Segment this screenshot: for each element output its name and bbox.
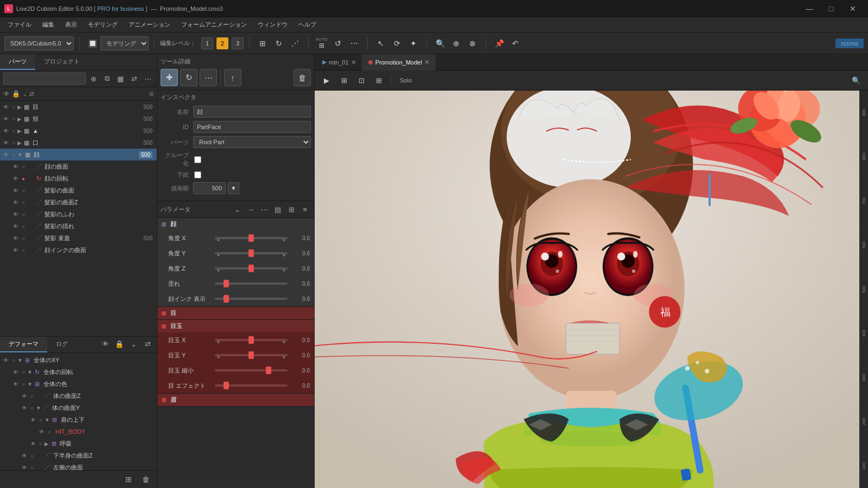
expand-deformer-br[interactable]: ▶ (44, 441, 49, 447)
part-row-face-mesh[interactable]: 👁 ○ ⋰ 顔の曲面 (0, 160, 157, 172)
expand-mouth[interactable]: ▶ (17, 140, 22, 146)
inspector-sketch-check[interactable] (194, 171, 201, 178)
vis-deformer-lz[interactable]: 👁 (21, 452, 28, 459)
parts-copy-btn[interactable]: ⧉ (101, 73, 113, 85)
deformer-lock-all[interactable]: 🔒 (113, 338, 125, 350)
canvas-play-btn[interactable]: ▶ (319, 73, 334, 88)
visibility-toggle-all[interactable]: 👁 (3, 90, 10, 98)
auto-btn[interactable]: AUTO ⊞ (314, 36, 329, 51)
level-btn-3[interactable]: 3 (232, 37, 244, 49)
lock-deformer-rot[interactable]: ○ (20, 368, 27, 376)
lock-icon-hair4[interactable]: ○ (20, 222, 27, 230)
slider-thumb-ey[interactable] (248, 351, 254, 359)
canvas-link-btn[interactable]: ⊞ (336, 73, 352, 88)
params-add-btn[interactable]: → (245, 203, 257, 215)
param-slider-ex[interactable] (215, 335, 288, 345)
tool-add-mesh[interactable]: ✚ (161, 69, 178, 86)
lock-deformer-br[interactable]: ○ (37, 440, 44, 447)
param-slider-fi[interactable] (215, 293, 288, 304)
param-slider-es[interactable] (215, 365, 288, 376)
tab-deformer[interactable]: デフォーマ (0, 337, 47, 352)
params-menu-btn[interactable]: ≡ (299, 203, 311, 215)
deformer-body-z[interactable]: 👁 ○ ⋰ 体の曲面Z (0, 390, 157, 402)
param-row-eyex[interactable]: 目玉 X 0. (157, 332, 314, 348)
maximize-button[interactable]: □ (820, 0, 842, 17)
parts-more-btn[interactable]: ⋯ (142, 73, 154, 85)
deformer-rotation[interactable]: 👁 ○ ▼ ↻ 全体の回転 (0, 366, 157, 378)
param-slider-ee[interactable] (215, 380, 288, 391)
magic-tool[interactable]: ✦ (406, 36, 421, 51)
lock-icon-hair3[interactable]: ○ (20, 210, 27, 218)
deformer-breath[interactable]: 👁 ○ ▶ ⊞ 呼吸 (0, 438, 157, 450)
deformer-hit-body[interactable]: 👁 ○ HIT_BODY (0, 426, 157, 438)
param-slider-ey[interactable] (215, 350, 288, 361)
model-tab-close[interactable]: ✕ (424, 59, 430, 66)
vis-deformer-sh[interactable]: 👁 (29, 416, 37, 423)
vis-icon-hair2[interactable]: 👁 (12, 198, 20, 206)
params-expand-btn[interactable]: ⌄ (231, 203, 243, 215)
part-row-hair-mesh3[interactable]: 👁 ○ ⋰ 髪影のふわ (0, 208, 157, 220)
vis-icon-bundle[interactable]: 👁 (12, 234, 20, 242)
expand-toggle-all[interactable]: ⌄ (22, 91, 27, 98)
fit-tool[interactable]: ⊕ (449, 36, 464, 51)
vis-deformer-br[interactable]: 👁 (29, 440, 37, 447)
mode-selector[interactable]: モデリング (100, 36, 149, 50)
lock-icon-eye[interactable]: ○ (10, 103, 17, 111)
part-row-hair-mesh4[interactable]: 👁 ○ ⋰ 髪影の揺れ (0, 220, 157, 232)
vis-icon-face[interactable]: 👁 (2, 151, 10, 158)
vis-deformer-rot[interactable]: 👁 (12, 368, 20, 376)
parts-search-input[interactable] (3, 73, 86, 85)
grid-tool[interactable]: ⊞ (255, 36, 270, 51)
deformer-left-arm[interactable]: 👁 ○ ⋰ 左腕の曲面 (0, 461, 157, 470)
lock-icon-bundle[interactable]: ○ (20, 234, 27, 242)
user-badge[interactable]: nizima (835, 38, 864, 48)
menu-view[interactable]: 表示 (60, 18, 82, 31)
menu-file[interactable]: ファイル (2, 18, 37, 31)
vis-icon-hair1[interactable]: 👁 (12, 187, 20, 194)
lock-icon-tri[interactable]: ○ (10, 127, 17, 134)
inspector-group-check[interactable] (194, 156, 201, 163)
lock-icon-cheek[interactable]: ○ (10, 115, 17, 123)
param-row-warp[interactable]: 歪れ 0.0 (157, 276, 314, 291)
params-section-face-header[interactable]: 顔 (157, 218, 314, 230)
vis-deformer-la[interactable]: 👁 (21, 464, 28, 470)
tab-model[interactable]: ◉ Promotion_Model ✕ (362, 54, 436, 70)
part-row-hair-bundle[interactable]: 👁 ○ ⋰ 髪影 束蓋 500 (0, 232, 157, 244)
vis-deformer-hit[interactable]: 👁 (38, 428, 46, 435)
level-btn-1[interactable]: 1 (201, 37, 213, 49)
param-slider-warp[interactable] (215, 278, 288, 289)
tool-dots[interactable]: ⋯ (200, 69, 217, 86)
vis-icon-mouth[interactable]: 👁 (2, 139, 10, 146)
zoom-tool[interactable]: 🔍 (432, 36, 448, 51)
vis-icon-eye[interactable]: 👁 (2, 103, 10, 111)
parts-menu-btn[interactable]: ≡ (149, 89, 154, 98)
inspector-id-input[interactable] (193, 121, 311, 133)
expand-deformer-rot[interactable]: ▼ (27, 369, 33, 375)
expand-deformer-sh[interactable]: ▼ (44, 417, 50, 423)
slider-thumb-fi[interactable] (224, 295, 229, 303)
minimize-button[interactable]: — (799, 0, 820, 17)
vis-icon-cheek[interactable]: 👁 (2, 115, 10, 123)
sdk-selector[interactable]: SDK5.0/Cubism5.0 (4, 36, 74, 50)
undo-tool[interactable]: ↶ (508, 36, 523, 51)
tab-parts[interactable]: パーツ (0, 54, 35, 70)
swap-icon[interactable]: ⇄ (29, 91, 34, 98)
refresh-tool[interactable]: ↺ (330, 36, 346, 51)
expand-face[interactable]: ▼ (17, 152, 23, 158)
part-row-face[interactable]: 👁 ○ ▼ ▦ 顔 500 (0, 149, 157, 160)
parts-group-btn[interactable]: ▦ (114, 73, 126, 85)
deformer-vis-all[interactable]: 👁 (99, 338, 111, 350)
expand-deformer-xy[interactable]: ▼ (17, 357, 23, 363)
part-row-hair-mesh2[interactable]: 👁 ○ ⋰ 髪影の曲面Z (0, 196, 157, 208)
lock-icon-mouth[interactable]: ○ (10, 139, 17, 146)
deformer-body-y[interactable]: 👁 ○ ▼ ⋰ 体の曲面Y (0, 402, 157, 414)
lock-deformer-bz[interactable]: ○ (28, 392, 36, 400)
param-row-angle-x[interactable]: 角度 X (157, 230, 314, 246)
deformer-delete-btn[interactable]: 🗑 (139, 473, 152, 486)
tab-log[interactable]: ログ (47, 337, 76, 352)
vis-deformer-bz[interactable]: 👁 (21, 392, 28, 400)
slider-thumb-az[interactable] (248, 265, 254, 272)
part-row-hair-mesh1[interactable]: 👁 ○ ⋰ 髪影の曲面 (0, 184, 157, 196)
slider-thumb-ay[interactable] (248, 249, 254, 257)
expand-cheek[interactable]: ▶ (17, 116, 22, 122)
